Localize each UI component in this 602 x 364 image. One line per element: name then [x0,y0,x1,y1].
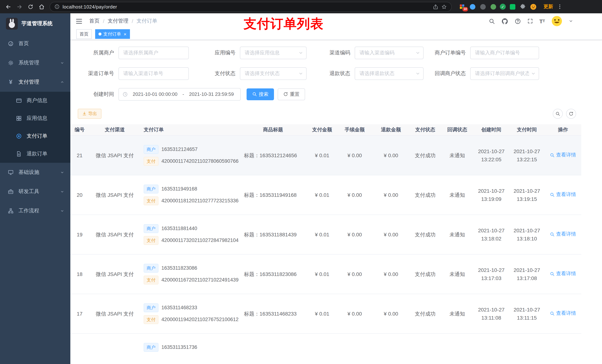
channel-code-select[interactable] [355,46,424,59]
tab-home[interactable]: 首页 [76,29,92,39]
view-detail-link[interactable]: 查看详情 [550,191,576,199]
column-header-refund: 退款金额 [372,124,409,135]
sidebar-item-pay-order[interactable]: 支付订单 [0,127,70,145]
pay-amount: ¥ 0.01 [315,192,329,198]
tab-active-dot [98,33,101,36]
sidebar-item-home[interactable]: 首页 [0,34,70,53]
sidebar-item-label: 工作流程 [19,208,39,214]
browser-back-button[interactable] [4,2,13,11]
site-info-icon[interactable] [54,4,60,9]
page-content: 所属商户 应用编号 渠道编码 [70,40,602,364]
user-avatar[interactable] [551,16,562,27]
sidebar-item-refund-order[interactable]: 退款订单 [0,145,70,163]
pay-status-select[interactable] [240,67,307,80]
merchant-order-no: 1635312124657 [161,145,197,154]
export-button[interactable]: 导出 [78,109,101,119]
search-icon[interactable] [489,18,495,24]
merchant-select-input[interactable] [119,47,188,59]
card-icon [16,98,22,104]
date-start-value: 2021-10-01 00:00:00 [130,91,180,97]
github-icon[interactable] [501,18,508,25]
fullscreen-icon[interactable] [527,18,533,24]
font-size-icon[interactable]: TT [539,18,545,24]
pay-amount: ¥ 0.01 [315,271,329,277]
product-title: 标题：1635311823086 [244,271,297,277]
extension-icon-green-square[interactable] [509,3,516,10]
refund-amount: ¥ 0.00 [384,271,398,277]
address-bar[interactable]: localhost:1024/pay/order [50,2,452,12]
toggle-search-button[interactable] [553,109,563,119]
pay-status-select-input[interactable] [240,68,306,79]
merchant-order-no-field[interactable] [470,46,539,59]
view-detail-link[interactable]: 查看详情 [550,310,576,318]
help-icon[interactable] [515,18,521,24]
search-button[interactable]: 搜索 [247,88,274,100]
bookmark-star-icon[interactable] [441,4,447,10]
browser-update-button[interactable]: 更新 [544,3,553,10]
extension-icon-check[interactable]: ✓ [500,4,506,10]
filter-label-pay-status: 支付状态 [193,70,240,77]
extensions-puzzle-icon[interactable] [519,3,527,10]
sidebar-menu: 首页 系统管理 ¥ 支付管理 商户信息 [0,34,70,364]
merchant-order-no-input[interactable] [471,47,539,59]
user-caret-icon[interactable] [569,19,573,23]
sidebar-item-merchant-info[interactable]: 商户信息 [0,92,70,110]
share-icon[interactable] [433,4,438,10]
sidebar-item-app-info[interactable]: 应用信息 [0,110,70,127]
refund-status-select-input[interactable] [355,68,423,79]
search-icon [555,111,560,116]
notify-status: 未通知 [450,232,465,238]
app-select-input[interactable] [240,47,306,59]
browser-home-button[interactable] [37,2,46,11]
view-detail-link[interactable]: 查看详情 [550,151,576,159]
pay-tag: 支付 [144,197,159,205]
extension-icon-blue[interactable] [469,3,476,10]
channel-code-input[interactable] [355,47,423,59]
merchant-select[interactable] [118,46,189,59]
notify-status-select[interactable] [470,67,539,80]
refresh-table-button[interactable] [566,109,576,119]
table-row: 商户 1635311351736 [70,333,581,364]
browser-menu-icon[interactable] [557,4,563,10]
pay-time: 13:22:15 [511,155,543,164]
tab-pay-order[interactable]: 支付订单 × [95,29,130,39]
sidebar-item-label: 应用信息 [27,115,47,122]
extension-icon-gray[interactable] [479,3,486,10]
magnifier-icon [550,311,555,316]
chevron-up-icon [60,80,64,84]
channel-order-no-input[interactable] [119,68,188,79]
notify-status-select-input[interactable] [471,68,539,79]
channel-order-no-field[interactable] [118,67,189,80]
pay-order-no: 4200001173202110272847982104 [161,236,238,245]
browser-forward-button[interactable] [15,2,24,11]
extension-icon-colorful[interactable]: 10 [458,3,466,10]
sidebar-item-workflow[interactable]: 工作流程 [0,201,70,220]
extension-icon-green[interactable] [489,3,497,10]
sidebar-toggle-icon[interactable] [75,18,83,25]
app-select[interactable] [240,46,307,59]
create-time: 13:11:08 [475,314,508,322]
sidebar-item-payment[interactable]: ¥ 支付管理 [0,73,70,92]
sidebar-item-dev-tools[interactable]: 研发工具 [0,182,70,201]
sidebar-item-infra[interactable]: 基础设施 [0,163,70,182]
sidebar-item-label: 基础设施 [19,169,39,176]
filter-field-create-time: 创建时间 2021-10-01 00:00:00 - 2021-10-31 23… [78,88,241,100]
refund-status-select[interactable] [355,67,424,80]
breadcrumb-home[interactable]: 首页 [89,18,100,24]
view-detail-link[interactable]: 查看详情 [550,270,576,278]
breadcrumb: 首页 / 支付管理 / 支付订单 [89,18,157,24]
table-header-row: 编号 支付渠道 支付订单 商品标题 支付金额 手续金额 退款金额 支付状态 回调… [70,124,581,135]
breadcrumb-pay-management[interactable]: 支付管理 [108,18,129,24]
pay-status: 支付成功 [415,192,436,198]
pay-order-no: 4200001181202110277723215336 [161,197,238,205]
reset-button[interactable]: 重置 [278,88,305,100]
tab-close-icon[interactable]: × [124,32,127,37]
date-range-picker[interactable]: 2021-10-01 00:00:00 - 2021-10-31 23:59:5… [118,88,241,100]
browser-profile-avatar[interactable] [529,3,537,10]
column-header-amount: 支付金额 [307,124,337,135]
view-detail-link[interactable]: 查看详情 [550,230,576,239]
app-logo[interactable]: 芋道管理系统 [0,13,70,34]
sidebar-item-system[interactable]: 系统管理 [0,53,70,73]
column-header-create-time: 创建时间 [473,124,509,135]
browser-refresh-button[interactable] [26,2,35,11]
